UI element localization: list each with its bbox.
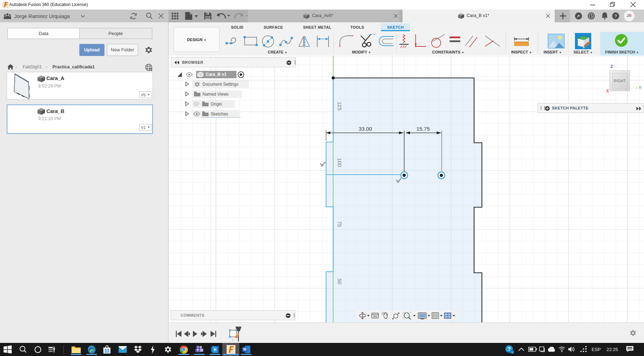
svg-text:i: i <box>512 351 512 354</box>
svg-text:?: ? <box>614 13 617 19</box>
